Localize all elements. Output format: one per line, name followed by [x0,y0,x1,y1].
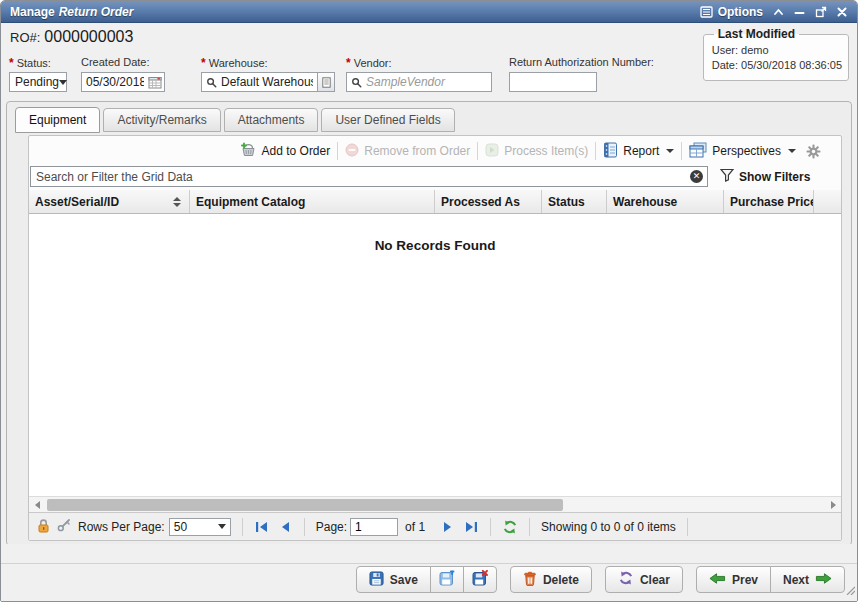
save-button[interactable]: Save [356,566,431,593]
column-header-warehouse[interactable]: Warehouse [607,190,724,213]
toolbar-separator [681,142,682,160]
vendor-input[interactable] [362,75,491,89]
options-icon[interactable] [700,6,713,18]
warehouse-input[interactable] [217,75,317,89]
next-page-button[interactable] [440,519,456,535]
return-auth-input[interactable] [510,75,596,89]
popout-icon[interactable] [815,6,827,18]
window-title-entity: Return Order [59,5,134,19]
toolbar-separator [477,142,478,160]
column-header-processed-as[interactable]: Processed As [435,190,542,213]
scrollbar-track[interactable] [45,499,825,511]
grid-settings-gear-icon[interactable] [806,144,821,159]
created-date-field: Created Date: [81,56,165,92]
action-buttons: Save Delete [356,566,845,593]
first-page-button[interactable] [254,519,270,535]
wrench-icon[interactable] [57,518,71,535]
options-button[interactable]: Options [718,5,763,19]
remove-circle-icon [345,143,359,160]
filter-funnel-icon [720,168,734,185]
search-lookup-icon [347,77,362,88]
add-to-order-button[interactable]: Add to Order [240,142,331,160]
tab-activity-remarks[interactable]: Activity/Remarks [103,108,220,132]
report-button[interactable]: Report [603,142,674,161]
pager-separator [687,518,688,536]
required-marker: * [201,56,206,70]
scroll-left-arrow[interactable] [29,497,45,512]
minimize-icon[interactable] [794,7,805,17]
window-title-prefix: Manage [10,5,55,19]
status-label: Status: [17,57,51,69]
ro-number-row: RO#:0000000003 [10,28,133,46]
toolbar-separator [337,142,338,160]
save-and-new-button[interactable] [430,566,464,593]
created-date-label: Created Date: [81,56,165,70]
pager-separator [490,518,491,536]
warehouse-list-button[interactable] [317,73,334,91]
vendor-field: *Vendor: [346,56,492,92]
basket-add-icon [240,142,257,160]
close-icon[interactable] [837,7,847,17]
last-page-button[interactable] [463,519,479,535]
next-button[interactable]: Next [770,566,845,593]
scroll-right-arrow[interactable] [825,497,841,512]
grid-search-input[interactable] [30,166,708,187]
rows-per-page-select[interactable]: 50 [169,518,231,536]
collapse-icon[interactable] [773,7,784,17]
trash-icon [523,571,537,589]
pager-separator [529,518,530,536]
prev-button[interactable]: Prev [696,566,771,593]
chevron-down-icon [788,149,796,153]
clear-button[interactable]: Clear [605,566,683,593]
window-title: ManageReturn Order [10,5,133,19]
tab-equipment[interactable]: Equipment [15,107,100,133]
pager-separator [242,518,243,536]
arrow-right-icon [815,572,832,588]
column-header-status[interactable]: Status [542,190,607,213]
ro-label: RO#: [10,30,40,45]
tab-strip: Equipment Activity/Remarks Attachments U… [15,108,455,133]
delete-button[interactable]: Delete [510,566,592,593]
lock-icon[interactable] [37,518,50,536]
scrollbar-thumb[interactable] [47,499,563,511]
titlebar-controls: Options [700,5,847,19]
grid-search-row: ✕ Show Filters [30,165,840,188]
nav-button-group: Prev Next [696,566,845,593]
clear-search-icon[interactable]: ✕ [690,170,703,183]
pagination-bar: Rows Per Page: 50 Page: of 1 [29,512,841,540]
chevron-down-icon [218,524,226,529]
column-header-purchase-price[interactable]: Purchase Price [724,190,814,213]
column-header-filler [814,190,841,213]
page-number-input[interactable] [350,518,398,536]
last-modified-date: Date: 05/30/2018 08:36:05 [712,58,842,73]
show-filters-button[interactable]: Show Filters [720,168,810,185]
refresh-icon[interactable] [502,519,518,535]
save-button-group: Save [356,566,497,593]
column-header-asset-serial-id[interactable]: Asset/Serial/ID [29,190,190,213]
tab-user-defined-fields[interactable]: User Defined Fields [321,108,454,132]
perspectives-button[interactable]: Perspectives [689,142,796,161]
remove-from-order-button[interactable]: Remove from Order [345,143,470,160]
tab-attachments[interactable]: Attachments [224,108,319,132]
resize-grip[interactable] [845,581,855,599]
page-label: Page: [316,520,347,534]
save-and-close-button[interactable] [463,566,497,593]
perspectives-icon [689,142,707,161]
warehouse-field: *Warehouse: [201,56,335,92]
prev-page-button[interactable] [277,519,293,535]
grid-header: Asset/Serial/ID Equipment Catalog Proces… [29,190,841,214]
column-header-equipment-catalog[interactable]: Equipment Catalog [190,190,435,213]
status-field: *Status: Pending [9,56,67,92]
required-marker: * [346,56,351,70]
process-items-button[interactable]: Process Item(s) [485,143,588,160]
status-select[interactable]: Pending [9,72,67,92]
status-value: Pending [15,75,59,89]
manage-return-order-window: ManageReturn Order Options RO#:000000000… [0,0,858,602]
created-date-input[interactable] [82,75,148,89]
return-auth-field: Return Authorization Number: [509,56,679,92]
calendar-icon[interactable] [148,76,164,89]
tab-panel: Equipment Activity/Remarks Attachments U… [6,101,852,546]
grid-toolbar: Add to Order Remove from Order Process I… [29,138,841,164]
last-modified-user: User: demo [712,43,842,58]
action-bar: Save Delete [1,544,857,601]
